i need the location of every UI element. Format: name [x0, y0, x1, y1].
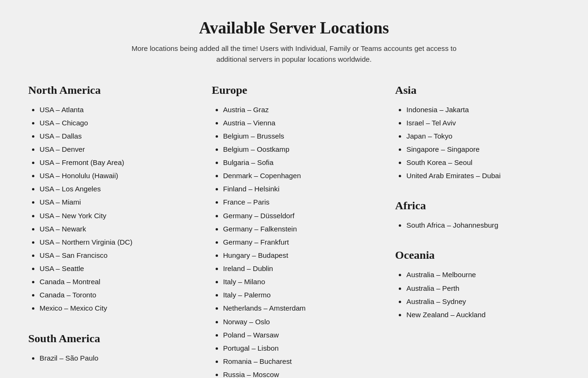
column-asia: AsiaIndonesia – JakartaIsrael – Tel Aviv…	[395, 84, 560, 378]
list-item: Italy – Palermo	[223, 288, 377, 302]
list-item: USA – San Francisco	[40, 249, 193, 262]
list-item: Australia – Melbourne	[406, 268, 560, 281]
list-item: Denmark – Copenhagen	[223, 169, 377, 182]
list-item: USA – New York City	[40, 209, 193, 222]
column-north-america: North AmericaUSA – AtlantaUSA – ChicagoU…	[28, 84, 193, 378]
list-item: Ireland – Dublin	[223, 262, 377, 275]
region-title-europe: Europe	[212, 84, 377, 97]
list-item: Portugal – Lisbon	[223, 342, 377, 355]
region-title-south-america: South America	[28, 332, 193, 345]
list-item: Hungary – Budapest	[223, 249, 377, 262]
list-item: Canada – Toronto	[40, 288, 193, 302]
region-oceania: OceaniaAustralia – MelbourneAustralia – …	[395, 249, 560, 321]
region-title-oceania: Oceania	[395, 249, 560, 262]
list-item: United Arab Emirates – Dubai	[406, 169, 560, 182]
list-item: Romania – Bucharest	[223, 355, 377, 368]
page-subtitle: More locations being added all the time!…	[129, 43, 459, 65]
region-title-africa: Africa	[395, 199, 560, 212]
list-item: Belgium – Brussels	[223, 130, 377, 143]
list-item: Germany – Düsseldorf	[223, 209, 377, 222]
region-title-north-america: North America	[28, 84, 193, 97]
region-asia: AsiaIndonesia – JakartaIsrael – Tel Aviv…	[395, 84, 560, 183]
list-item: Mexico – Mexico City	[40, 302, 193, 315]
list-item: Poland – Warsaw	[223, 329, 377, 342]
list-item: Finland – Helsinki	[223, 182, 377, 196]
region-title-asia: Asia	[395, 84, 560, 97]
list-item: USA – Northern Virginia (DC)	[40, 236, 193, 249]
list-item: USA – Honolulu (Hawaii)	[40, 169, 193, 182]
list-item: Japan – Tokyo	[406, 130, 560, 143]
location-list-oceania: Australia – MelbourneAustralia – PerthAu…	[395, 268, 560, 321]
list-item: Singapore – Singapore	[406, 143, 560, 156]
columns-container: North AmericaUSA – AtlantaUSA – ChicagoU…	[28, 84, 560, 378]
location-list-africa: South Africa – Johannesburg	[395, 219, 560, 232]
region-africa: AfricaSouth Africa – Johannesburg	[395, 199, 560, 232]
list-item: Netherlands – Amsterdam	[223, 302, 377, 315]
list-item: USA – Chicago	[40, 116, 193, 130]
list-item: Italy – Milano	[223, 275, 377, 288]
column-europe: EuropeAustria – GrazAustria – ViennaBelg…	[212, 84, 377, 378]
list-item: Norway – Oslo	[223, 315, 377, 329]
page-title: Available Server Locations	[28, 19, 560, 38]
list-item: Russia – Moscow	[223, 368, 377, 378]
list-item: France – Paris	[223, 196, 377, 209]
list-item: Germany – Frankfurt	[223, 236, 377, 249]
list-item: South Korea – Seoul	[406, 156, 560, 169]
location-list-asia: Indonesia – JakartaIsrael – Tel AvivJapa…	[395, 103, 560, 183]
region-europe: EuropeAustria – GrazAustria – ViennaBelg…	[212, 84, 377, 378]
list-item: Israel – Tel Aviv	[406, 116, 560, 130]
list-item: Australia – Sydney	[406, 295, 560, 308]
list-item: Belgium – Oostkamp	[223, 143, 377, 156]
location-list-north-america: USA – AtlantaUSA – ChicagoUSA – DallasUS…	[28, 103, 193, 315]
list-item: USA – Seattle	[40, 262, 193, 275]
list-item: Austria – Vienna	[223, 116, 377, 130]
list-item: USA – Miami	[40, 196, 193, 209]
list-item: Austria – Graz	[223, 103, 377, 116]
page-header: Available Server Locations More location…	[28, 19, 560, 65]
list-item: South Africa – Johannesburg	[406, 219, 560, 232]
list-item: Germany – Falkenstein	[223, 222, 377, 236]
list-item: USA – Newark	[40, 222, 193, 236]
list-item: New Zealand – Auckland	[406, 308, 560, 321]
list-item: USA – Denver	[40, 143, 193, 156]
list-item: Indonesia – Jakarta	[406, 103, 560, 116]
list-item: USA – Dallas	[40, 130, 193, 143]
list-item: Canada – Montreal	[40, 275, 193, 288]
location-list-europe: Austria – GrazAustria – ViennaBelgium – …	[212, 103, 377, 378]
list-item: USA – Fremont (Bay Area)	[40, 156, 193, 169]
region-south-america: South AmericaBrazil – São Paulo	[28, 332, 193, 365]
location-list-south-america: Brazil – São Paulo	[28, 352, 193, 365]
list-item: Australia – Perth	[406, 282, 560, 295]
list-item: USA – Los Angeles	[40, 182, 193, 196]
list-item: Brazil – São Paulo	[40, 352, 193, 365]
list-item: USA – Atlanta	[40, 103, 193, 116]
region-north-america: North AmericaUSA – AtlantaUSA – ChicagoU…	[28, 84, 193, 315]
list-item: Bulgaria – Sofia	[223, 156, 377, 169]
